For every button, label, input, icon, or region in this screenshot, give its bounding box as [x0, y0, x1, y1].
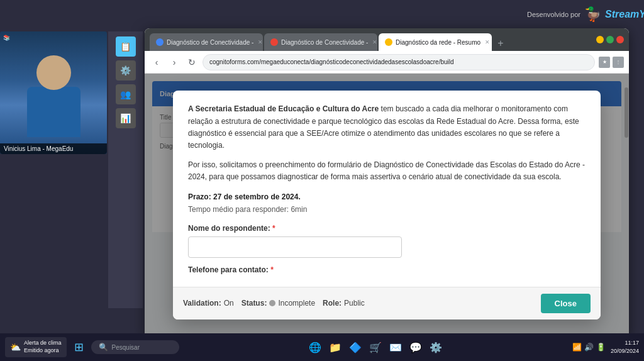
- window-controls: [596, 36, 624, 43]
- status-item: Status: Incomplete: [242, 299, 315, 308]
- tab-favicon-1: [156, 38, 164, 46]
- field2-required-star: *: [270, 265, 274, 274]
- megaedu-logo: 📚: [3, 35, 10, 41]
- sidebar-icon-settings[interactable]: ⚙️: [116, 60, 136, 81]
- streamyard-brand: Desenvolvido por 🦆 StreamYard: [527, 5, 636, 24]
- window-close[interactable]: [616, 36, 624, 43]
- field1-required-star: *: [272, 224, 275, 233]
- browser-tab-3[interactable]: Diagnóstico da rede - Resumo ✕: [379, 33, 492, 51]
- taskbar-app-chrome[interactable]: 🌐: [306, 338, 324, 356]
- tab-close-3[interactable]: ✕: [485, 39, 490, 45]
- person-silhouette: [25, 49, 82, 137]
- modal-avg-time: Tempo médio para responder: 6min: [188, 205, 586, 214]
- taskbar-app-explorer[interactable]: 📁: [326, 338, 344, 356]
- field2-label: Telefone para contato: *: [188, 265, 586, 274]
- browser-window: Diagnóstico de Conectividade - ✕ Diagnós…: [145, 28, 629, 336]
- volume-icon: 🔊: [584, 343, 594, 352]
- page-content: Diagnóstico da Rede Title Diagn... A Sec…: [145, 74, 629, 336]
- browser-tab-2[interactable]: Diagnóstico de Conectividade - ✕: [264, 33, 377, 51]
- weather-sub: Emitido agora: [24, 347, 62, 355]
- tab-label-1: Diagnóstico de Conectividade -: [167, 39, 253, 46]
- duck-icon: 🦆: [584, 6, 601, 23]
- role-item: Role: Public: [323, 299, 365, 308]
- status-label: Status:: [242, 299, 267, 308]
- taskbar-search-icon: 🔍: [99, 343, 108, 352]
- tab-close-1[interactable]: ✕: [258, 39, 263, 45]
- field2-label-text: Telefone para contato:: [188, 265, 269, 274]
- time-display: 11:17 20/09/2024: [611, 339, 639, 355]
- sidebar-icon-forms[interactable]: 📋: [116, 36, 136, 57]
- webcam-user-label: Vinicius Lima - MegaEdu: [0, 143, 107, 154]
- modal-body: A Secretaria Estadual de Educação e Cult…: [173, 91, 601, 286]
- taskbar-search-text: Pesquisar: [112, 344, 140, 351]
- webcam-video: 📚 Vinicius Lima - MegaEdu: [0, 31, 107, 154]
- webcam-panel: 📚 Vinicius Lima - MegaEdu: [0, 31, 107, 154]
- tab-label-3: Diagnóstico da rede - Resumo: [396, 39, 480, 46]
- system-tray-icons: 📶 🔊 🔋: [572, 343, 606, 352]
- taskbar-app-edge[interactable]: 🔷: [347, 338, 364, 356]
- footer-meta: Validation: On Status: Incomplete Role: …: [183, 299, 365, 308]
- weather-widget: ⛅ Alerta de clima Emitido agora: [5, 337, 67, 357]
- validation-label: Validation:: [183, 299, 221, 308]
- taskbar-app-settings[interactable]: ⚙️: [427, 338, 445, 356]
- back-button[interactable]: ‹: [150, 55, 164, 69]
- person-body: [27, 87, 80, 137]
- taskbar-app-teams[interactable]: 💬: [407, 338, 425, 356]
- tab-label-2: Diagnóstico de Conectividade -: [281, 39, 368, 46]
- forward-button[interactable]: ›: [167, 55, 181, 69]
- tab-favicon-2: [270, 38, 278, 46]
- field1-label: Nome do respondente: *: [188, 224, 586, 233]
- tab-favicon-3: [385, 38, 392, 46]
- close-button[interactable]: Close: [541, 294, 591, 313]
- respondent-name-input[interactable]: [188, 236, 402, 258]
- taskbar-search-box[interactable]: 🔍 Pesquisar: [91, 340, 179, 354]
- ext-icon-2: ⋮: [613, 57, 624, 68]
- taskbar-app-store[interactable]: 🛒: [367, 338, 384, 356]
- taskbar: ⛅ Alerta de clima Emitido agora ⊞ 🔍 Pesq…: [0, 333, 644, 361]
- role-label: Role:: [323, 299, 341, 308]
- weather-text: Alerta de clima Emitido agora: [24, 340, 62, 354]
- network-icon: 📶: [572, 343, 582, 352]
- battery-icon: 🔋: [596, 343, 606, 352]
- ext-icon-1: ★: [599, 57, 610, 68]
- modal-deadline: Prazo: 27 de setembro de 2024.: [188, 192, 586, 201]
- modal-intro-paragraph: A Secretaria Estadual de Educação e Cult…: [188, 103, 586, 152]
- reload-button[interactable]: ↻: [185, 55, 199, 69]
- window-minimize[interactable]: [596, 36, 604, 43]
- role-value: Public: [344, 299, 365, 308]
- validation-item: Validation: On: [183, 299, 234, 308]
- browser-chrome: Diagnóstico de Conectividade - ✕ Diagnós…: [145, 28, 629, 51]
- address-bar-row: ‹ › ↻ ★ ⋮: [145, 51, 629, 74]
- modal-dialog: A Secretaria Estadual de Educação e Cult…: [173, 91, 601, 319]
- address-input[interactable]: [203, 54, 595, 70]
- streamyard-logo: StreamYard: [605, 5, 636, 24]
- weather-label: Alerta de clima: [24, 340, 62, 347]
- status-dot: [269, 300, 275, 306]
- weather-icon: ⛅: [10, 342, 21, 352]
- status-value: Incomplete: [278, 299, 315, 308]
- field1-label-text: Nome do respondente:: [188, 224, 270, 233]
- sidebar-panel: 📋 ⚙️ 👥 📊: [108, 31, 143, 308]
- extension-icons: ★ ⋮: [599, 57, 624, 68]
- taskbar-apps: 🌐 📁 🔷 🛒 ✉️ 💬 ⚙️: [183, 338, 569, 356]
- clock-time: 11:17: [611, 339, 639, 347]
- taskbar-right: 📶 🔊 🔋 11:17 20/09/2024: [572, 339, 639, 355]
- window-maximize[interactable]: [606, 36, 614, 43]
- sidebar-icon-chart[interactable]: 📊: [116, 108, 136, 128]
- clock-date: 20/09/2024: [611, 347, 639, 355]
- person-head: [36, 55, 71, 90]
- developed-by-label: Desenvolvido por: [527, 11, 580, 18]
- modal-footer: Validation: On Status: Incomplete Role: …: [173, 287, 601, 319]
- browser-tabs: Diagnóstico de Conectividade - ✕ Diagnós…: [150, 28, 594, 51]
- modal-paragraph2: Por isso, solicitamos o preenchimento do…: [188, 159, 586, 183]
- browser-tab-1[interactable]: Diagnóstico de Conectividade - ✕: [150, 33, 263, 51]
- taskbar-app-mail[interactable]: ✉️: [387, 338, 404, 356]
- modal-overlay: A Secretaria Estadual de Educação e Cult…: [145, 74, 629, 336]
- windows-logo[interactable]: ⊞: [70, 340, 87, 354]
- validation-value: On: [224, 299, 234, 308]
- tab-close-2[interactable]: ✕: [372, 39, 377, 45]
- modal-intro-bold: A Secretaria Estadual de Educação e Cult…: [188, 104, 379, 113]
- new-tab-button[interactable]: +: [493, 36, 508, 51]
- sidebar-icon-users[interactable]: 👥: [116, 84, 136, 104]
